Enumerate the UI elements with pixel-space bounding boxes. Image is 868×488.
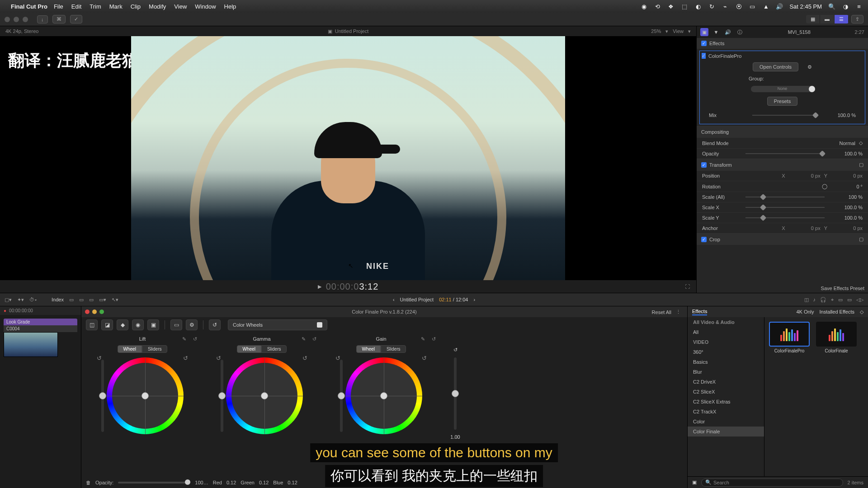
zoom-level[interactable]: 25% — [651, 28, 661, 34]
overwrite-clip-icon[interactable]: ▭▾ — [99, 297, 106, 303]
siri-icon[interactable]: ◑ — [842, 3, 849, 10]
menu-help[interactable]: Help — [224, 3, 236, 10]
updates-icon[interactable]: ▲ — [762, 3, 769, 10]
fx-cat-allva[interactable]: All Video & Audio — [688, 317, 764, 327]
effects-checkbox[interactable]: ✓ — [701, 41, 707, 46]
gamma-eyedropper-icon[interactable]: ✎ — [302, 336, 306, 342]
gamma-sliders-tab[interactable]: Sliders — [261, 345, 287, 353]
gamma-wheel-tab[interactable]: Wheel — [237, 345, 261, 353]
cfp-settings-icon[interactable]: ⚙ — [186, 319, 198, 330]
import-button[interactable]: ↓ — [37, 15, 48, 23]
app-icon[interactable]: ◐ — [694, 3, 702, 10]
render-button[interactable]: ✓ — [70, 15, 82, 23]
lift-sliders-tab[interactable]: Sliders — [142, 345, 168, 353]
timeline-next-icon[interactable]: › — [473, 297, 475, 302]
pos-y[interactable]: 0 px — [831, 173, 863, 178]
fx-installed-filter[interactable]: Installed Effects — [820, 309, 854, 314]
scale-y-slider[interactable] — [745, 217, 825, 218]
menu-window[interactable]: Window — [195, 3, 216, 10]
gamma-luma-slider[interactable] — [221, 360, 223, 432]
spotlight-icon[interactable]: 🔍 — [828, 3, 835, 10]
append-clip-icon[interactable]: ▭ — [89, 297, 94, 303]
transform-header[interactable]: ✓Transform▢ — [697, 159, 868, 170]
clip-thumbnail[interactable] — [4, 332, 58, 357]
audio-inspector-tab-icon[interactable]: 🔊 — [724, 28, 732, 36]
crop-checkbox[interactable]: ✓ — [701, 237, 707, 242]
anchor-y[interactable]: 0 px — [831, 225, 863, 231]
notification-icon[interactable]: ≡ — [855, 3, 863, 10]
skimming-icon[interactable]: ◫ — [804, 297, 809, 303]
pos-x[interactable]: 0 px — [789, 173, 821, 178]
cfp-opacity-slider[interactable] — [118, 482, 190, 483]
lift-reset-icon[interactable]: ↺ — [193, 336, 197, 342]
cfp-lut-icon[interactable]: ◉ — [132, 319, 144, 330]
gain-wheel-tab[interactable]: Wheel — [356, 345, 381, 353]
fx-cat-360[interactable]: 360° — [688, 347, 764, 357]
timecode-display[interactable]: 00:00:03:12 — [326, 281, 379, 292]
lane-icon[interactable]: ▭ — [838, 297, 843, 303]
lift-luma-slider[interactable] — [101, 360, 104, 432]
fx-cat-c2slicex[interactable]: C2 SliceX — [688, 387, 764, 397]
view-menu[interactable]: View — [673, 28, 684, 34]
group-slider[interactable]: None — [751, 86, 814, 92]
cfp-opacity-value[interactable]: 100… — [195, 480, 208, 485]
volume-icon[interactable]: 🔊 — [776, 3, 783, 10]
cfp-mode-dropdown[interactable]: Color Wheels — [228, 319, 327, 330]
view-chevron-icon[interactable]: ▾ — [688, 28, 691, 34]
share-button[interactable]: ⇪ — [851, 15, 863, 23]
gain-luma-slider[interactable] — [340, 360, 343, 432]
timeline-clip[interactable]: Look Grade C0004 — [4, 319, 77, 357]
red-value[interactable]: 0.12 — [226, 480, 236, 485]
gain-tabs[interactable]: WheelSliders — [325, 345, 438, 353]
gamma-tabs[interactable]: WheelSliders — [205, 345, 318, 353]
mix-value[interactable]: 100.0 % — [824, 113, 856, 118]
rotation-dial-icon[interactable]: ◯ — [822, 183, 827, 189]
reset-all-button[interactable]: Reset All — [652, 310, 671, 315]
gain-sliders-tab[interactable]: Sliders — [381, 345, 406, 353]
lift-wheel-tab[interactable]: Wheel — [118, 345, 142, 353]
scale-all-slider[interactable] — [745, 197, 825, 197]
cfp-mask-icon[interactable]: ▭ — [170, 319, 182, 330]
window-controls[interactable] — [5, 17, 28, 22]
fx-cat-c2slicex-ex[interactable]: C2 SliceX Extras — [688, 397, 764, 407]
cfp-window-controls[interactable] — [85, 310, 104, 314]
blue-value[interactable]: 0.12 — [288, 480, 297, 485]
gain-reset-icon[interactable]: ↺ — [432, 336, 436, 342]
blend-value[interactable]: Normal — [840, 141, 855, 146]
menu-file[interactable]: File — [54, 3, 63, 10]
tools-popup-icon[interactable]: ✦▾ — [17, 297, 24, 303]
clip-appearance-icon[interactable]: ▭ — [847, 297, 852, 303]
lift-reset-right-icon[interactable]: ↺ — [183, 355, 188, 361]
trash-icon[interactable]: 🗑 — [86, 480, 91, 485]
sync-icon[interactable]: ⟲ — [654, 3, 661, 10]
gain-reset-right-icon[interactable]: ↺ — [422, 355, 427, 361]
scale-x-slider[interactable] — [745, 207, 825, 208]
transform-onscreen-icon[interactable]: ▢ — [859, 162, 863, 168]
effects-section-header[interactable]: ✓ Effects — [697, 38, 868, 49]
group-slider-knob[interactable] — [809, 86, 815, 92]
audio-skim-icon[interactable]: ♪ — [813, 297, 816, 303]
fx-effects-tab[interactable]: Effects — [692, 309, 707, 315]
fx-cat-blur[interactable]: Blur — [688, 367, 764, 377]
cfp-mode-checkbox[interactable] — [317, 322, 322, 328]
snap-icon[interactable]: ⌖ — [831, 297, 834, 303]
presets-button[interactable]: Presets — [767, 97, 797, 106]
app-name[interactable]: Final Cut Pro — [11, 3, 47, 10]
fx-4k-filter[interactable]: 4K Only — [796, 309, 814, 314]
wifi-icon[interactable]: ⦿ — [735, 3, 742, 10]
index-button[interactable]: Index — [52, 297, 64, 302]
mix-slider[interactable] — [752, 115, 818, 116]
connect-clip-icon[interactable]: ▭ — [69, 297, 74, 303]
opacity-value[interactable]: 100.0 % — [831, 151, 863, 156]
gear-icon[interactable]: ⚙ — [807, 64, 812, 70]
viewer-canvas[interactable]: 翻译：汪腻鹿老猫bilibili NIKE ↖ — [0, 36, 696, 280]
insert-clip-icon[interactable]: ▭ — [79, 297, 84, 303]
clock[interactable]: Sat 2:45 PM — [789, 3, 822, 10]
sat-reset-icon[interactable]: ↺ — [453, 347, 458, 353]
scale-y-value[interactable]: 100.0 % — [831, 215, 863, 221]
video-inspector-tab-icon[interactable]: ▣ — [700, 28, 708, 36]
fx-cat-colorfinale[interactable]: Color Finale — [688, 427, 764, 436]
fx-cat-color[interactable]: Color — [688, 417, 764, 427]
retime-popup-icon[interactable]: ⏱▾ — [29, 297, 37, 302]
cfp-curves-icon[interactable]: ◪ — [101, 319, 113, 330]
